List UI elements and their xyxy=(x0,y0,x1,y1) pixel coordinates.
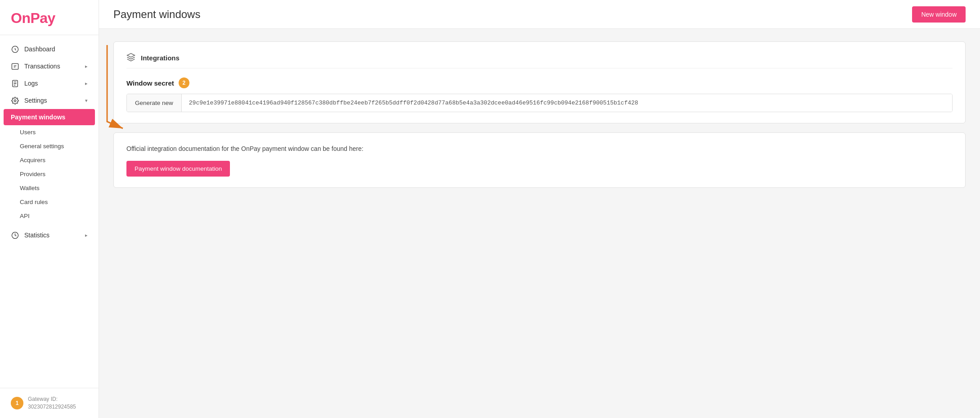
sidebar-item-statistics[interactable]: Statistics ▸ xyxy=(0,227,99,244)
gateway-id-label: Gateway ID: xyxy=(28,395,76,403)
sidebar-item-logs[interactable]: Logs ▸ xyxy=(0,75,99,92)
sidebar-item-users[interactable]: Users xyxy=(0,125,99,139)
wallets-label: Wallets xyxy=(20,185,40,191)
settings-icon xyxy=(11,96,19,104)
statistics-chevron: ▸ xyxy=(85,232,88,238)
sidebar-item-transactions[interactable]: Transactions ▸ xyxy=(0,58,99,75)
page-title: Payment windows xyxy=(113,8,200,21)
sidebar-footer: 1 Gateway ID: 3023072812924585 xyxy=(0,388,99,418)
dashboard-label: Dashboard xyxy=(24,45,55,53)
settings-label: Settings xyxy=(24,97,47,104)
integrations-icon xyxy=(126,53,136,63)
gateway-info: Gateway ID: 3023072812924585 xyxy=(28,395,76,411)
general-settings-label: General settings xyxy=(20,143,64,150)
logs-label: Logs xyxy=(24,80,38,87)
window-secret-label-row: Window secret 2 xyxy=(126,77,953,88)
svg-point-3 xyxy=(14,100,16,101)
sidebar: OnPay Dashboard Transactions ▸ xyxy=(0,0,99,418)
gateway-id-value: 3023072812924585 xyxy=(28,403,76,411)
generate-new-button[interactable]: Generate new xyxy=(127,94,182,112)
window-secret-section: Window secret 2 Generate new 29c9e1e3997… xyxy=(126,77,953,112)
sidebar-item-payment-windows[interactable]: Payment windows xyxy=(4,109,95,125)
window-secret-label: Window secret xyxy=(126,79,174,87)
window-secret-value: 29c9e1e39971e88041ce4196ad940f128567c380… xyxy=(182,94,952,112)
card-rules-label: Card rules xyxy=(20,199,48,205)
sidebar-nav: Dashboard Transactions ▸ Logs ▸ xyxy=(0,35,99,388)
transactions-chevron: ▸ xyxy=(85,64,88,69)
transactions-icon xyxy=(11,62,19,70)
sidebar-item-wallets[interactable]: Wallets xyxy=(0,181,99,195)
payment-windows-label: Payment windows xyxy=(11,114,65,121)
sidebar-item-providers[interactable]: Providers xyxy=(0,167,99,181)
content-area: Integrations Window secret 2 Generate ne… xyxy=(99,29,980,200)
logs-icon xyxy=(11,79,19,87)
sidebar-item-dashboard[interactable]: Dashboard xyxy=(0,41,99,58)
api-label: API xyxy=(20,213,30,219)
svg-rect-1 xyxy=(12,64,18,69)
logs-chevron: ▸ xyxy=(85,81,88,86)
statistics-icon xyxy=(11,231,19,239)
new-window-button[interactable]: New window xyxy=(912,6,966,23)
integrations-title: Integrations xyxy=(126,53,953,68)
sidebar-item-api[interactable]: API xyxy=(0,209,99,223)
dashboard-icon xyxy=(11,45,19,53)
integrations-label: Integrations xyxy=(141,54,180,62)
payment-window-documentation-button[interactable]: Payment window documentation xyxy=(126,161,230,177)
sidebar-item-settings[interactable]: Settings ▾ xyxy=(0,92,99,109)
main-content: Payment windows New window Integrations … xyxy=(99,0,980,418)
sidebar-item-acquirers[interactable]: Acquirers xyxy=(0,153,99,167)
logo-area: OnPay xyxy=(0,0,99,35)
acquirers-label: Acquirers xyxy=(20,157,45,164)
sidebar-item-general-settings[interactable]: General settings xyxy=(0,139,99,153)
window-secret-badge: 2 xyxy=(179,77,189,88)
documentation-text: Official integration documentation for t… xyxy=(126,144,953,154)
users-label: Users xyxy=(20,129,36,136)
documentation-card: Official integration documentation for t… xyxy=(113,132,966,188)
settings-chevron: ▾ xyxy=(85,98,88,104)
statistics-label: Statistics xyxy=(24,232,49,239)
providers-label: Providers xyxy=(20,171,45,177)
window-secret-input-row: Generate new 29c9e1e39971e88041ce4196ad9… xyxy=(126,94,953,112)
integrations-card: Integrations Window secret 2 Generate ne… xyxy=(113,41,966,123)
transactions-label: Transactions xyxy=(24,63,60,70)
gateway-badge: 1 xyxy=(11,397,23,409)
brand-logo: OnPay xyxy=(11,10,55,26)
sidebar-item-card-rules[interactable]: Card rules xyxy=(0,195,99,209)
main-header: Payment windows New window xyxy=(99,0,980,29)
